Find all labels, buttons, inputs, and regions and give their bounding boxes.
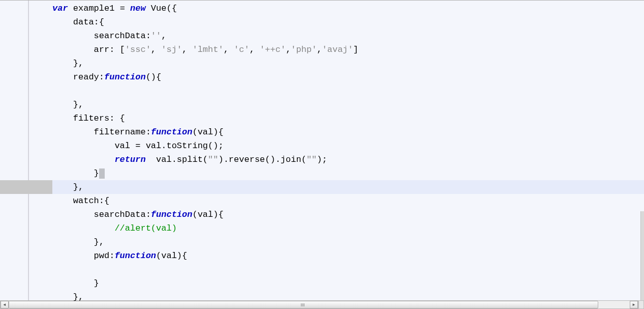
code-token: data:{ (52, 17, 104, 27)
code-line[interactable]: var example1 = new Vue({ (52, 2, 644, 15)
code-token: arr: [ (52, 45, 125, 54)
code-token: 'php' (291, 45, 317, 54)
code-token: filters: { (52, 114, 125, 123)
code-line[interactable]: } (52, 166, 644, 180)
code-line[interactable] (52, 84, 644, 98)
code-line[interactable]: } (52, 276, 644, 290)
code-token: var (52, 4, 68, 13)
scroll-left-button[interactable]: ◄ (1, 301, 9, 308)
code-token: (val){ (192, 210, 223, 219)
code-line[interactable]: val = val.toString(); (52, 139, 644, 153)
code-line[interactable]: pwd:function(val){ (52, 249, 644, 263)
code-token: , (317, 45, 322, 54)
code-token: "" (208, 155, 218, 164)
code-token: 'sj' (161, 45, 182, 54)
code-line[interactable]: searchData:'', (52, 29, 644, 43)
code-token: ] (353, 45, 358, 54)
code-token: (){ (146, 72, 162, 82)
code-area[interactable]: var example1 = new Vue({ data:{ searchDa… (52, 1, 644, 300)
code-token: , (286, 45, 291, 54)
code-line[interactable]: }, (52, 235, 644, 249)
code-token: function (114, 251, 156, 261)
code-token: Vue({ (146, 4, 177, 13)
code-token: filtername: (52, 127, 151, 137)
code-token: pwd: (52, 251, 114, 261)
code-token: val = val.toString(); (52, 141, 224, 151)
code-token: function (151, 127, 193, 137)
code-token (52, 223, 114, 233)
code-token: , (151, 45, 161, 54)
code-line[interactable]: //alert(val) (52, 221, 644, 235)
line-number-gutter (0, 1, 28, 300)
code-token: } (52, 278, 99, 288)
code-token: new (130, 4, 146, 13)
code-token: return (114, 155, 145, 164)
code-token (52, 155, 114, 164)
code-line[interactable]: arr: ['ssc', 'sj', 'lmht', 'c', '++c','p… (52, 43, 644, 57)
code-token: ready: (52, 72, 104, 82)
code-token: (val){ (156, 251, 187, 261)
code-line[interactable]: }, (52, 57, 644, 70)
code-line[interactable]: data:{ (52, 15, 644, 29)
code-token: "" (306, 155, 317, 164)
code-token: //alert(val) (114, 223, 176, 233)
code-line[interactable] (52, 263, 644, 276)
code-token: ); (317, 155, 327, 164)
code-token: , (161, 31, 166, 41)
code-line[interactable]: ready:function(){ (52, 70, 644, 84)
code-token: '' (151, 31, 161, 41)
code-token: 'lmht' (192, 45, 223, 54)
code-token: '++c' (260, 45, 286, 54)
code-token: 'c' (234, 45, 250, 54)
code-line[interactable]: }, (52, 290, 644, 304)
code-token: watch:{ (52, 196, 109, 206)
code-token: (val){ (192, 127, 223, 137)
code-token: , (250, 45, 260, 54)
code-token: }, (52, 182, 83, 192)
code-token: } (52, 168, 99, 178)
code-token: ).reverse().join( (218, 155, 306, 164)
code-line[interactable]: watch:{ (52, 194, 644, 208)
code-token: function (104, 72, 146, 82)
fold-bar (28, 1, 52, 300)
code-token: , (182, 45, 192, 54)
code-token: }, (52, 237, 104, 247)
code-token: }, (52, 292, 83, 302)
modification-marker (0, 180, 52, 194)
code-token: searchData: (52, 31, 151, 41)
code-line[interactable]: filtername:function(val){ (52, 125, 644, 139)
code-token: 'avaj' (322, 45, 353, 54)
text-cursor (99, 168, 105, 179)
code-token: function (151, 210, 193, 219)
code-token: }, (52, 100, 83, 109)
code-editor: var example1 = new Vue({ data:{ searchDa… (0, 0, 644, 300)
code-token: example1 = (68, 4, 130, 13)
code-token: }, (52, 59, 83, 68)
code-token: 'ssc' (125, 45, 151, 54)
code-token: val.split( (146, 155, 208, 164)
code-line[interactable]: }, (52, 98, 644, 111)
chevron-left-icon: ◄ (4, 302, 6, 307)
code-line[interactable]: searchData:function(val){ (52, 208, 644, 221)
code-line[interactable]: }, (52, 180, 644, 194)
code-token: searchData: (52, 210, 151, 219)
code-line[interactable]: return val.split("").reverse().join(""); (52, 153, 644, 166)
code-line[interactable]: filters: { (52, 111, 644, 125)
code-token: , (224, 45, 234, 54)
